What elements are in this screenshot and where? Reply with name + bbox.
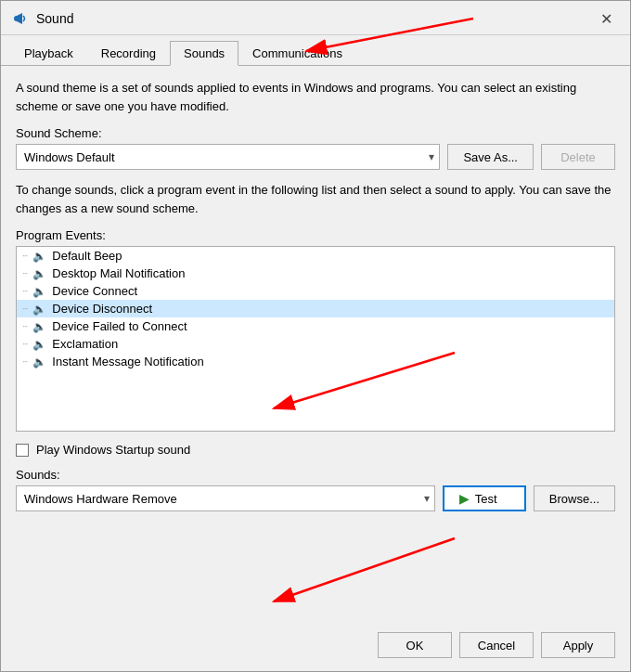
scheme-description: A sound theme is a set of sounds applied… [16,79,615,115]
cancel-button[interactable]: Cancel [459,632,534,658]
sounds-section: Sounds: Windows Hardware Remove ▶ Test B… [16,468,615,511]
event-label: Device Failed to Connect [52,319,187,333]
event-dots: ··· [22,286,27,296]
speaker-icon: 🔈 [32,250,46,263]
tab-communications[interactable]: Communications [238,41,356,66]
event-label: Device Connect [52,284,137,298]
speaker-icon: 🔈 [32,303,46,316]
speaker-icon: 🔈 [32,285,46,298]
events-label: Program Events: [16,228,615,242]
startup-row: Play Windows Startup sound [16,443,615,457]
sound-select-wrapper: Windows Hardware Remove [16,485,435,511]
ok-button[interactable]: OK [378,632,452,658]
speaker-icon: 🔈 [32,267,46,280]
scheme-label: Sound Scheme: [16,126,615,140]
scheme-select-wrapper: Windows Default [16,144,440,170]
speaker-icon: 🔈 [32,320,46,333]
title-bar: Sound ✕ [1,1,630,35]
event-label: Instant Message Notification [52,355,203,368]
save-as-button[interactable]: Save As... [447,144,534,170]
window-title: Sound [36,11,73,26]
event-item[interactable]: ··· 🔈 Desktop Mail Notification [17,265,614,282]
tab-sounds[interactable]: Sounds [170,41,238,66]
event-item[interactable]: ··· 🔈 Exclamation [17,335,614,353]
apply-button[interactable]: Apply [541,632,615,658]
event-item-selected[interactable]: ··· 🔈 Device Disconnect [17,300,614,317]
event-dots: ··· [22,321,27,331]
event-dots: ··· [22,339,27,349]
browse-button[interactable]: Browse... [534,485,615,511]
scheme-section: Sound Scheme: Windows Default Save As...… [16,126,615,170]
event-label: Exclamation [52,337,118,351]
tab-recording[interactable]: Recording [87,41,170,66]
events-list[interactable]: ··· 🔈 Default Beep ··· 🔈 Desktop Mail No… [16,246,615,432]
test-button[interactable]: ▶ Test [443,485,526,511]
sounds-tab-content: A sound theme is a set of sounds applied… [1,66,630,671]
events-section: Program Events: ··· 🔈 Default Beep ··· 🔈… [16,228,615,432]
speaker-icon: 🔈 [32,338,46,351]
scheme-select[interactable]: Windows Default [16,144,440,170]
event-item[interactable]: ··· 🔈 Device Failed to Connect [17,317,614,335]
tab-bar: Playback Recording Sounds Communications [1,35,630,66]
startup-checkbox[interactable] [16,444,29,457]
event-label: Device Disconnect [52,302,152,316]
dialog-buttons: OK Cancel Apply [16,625,615,658]
sounds-label: Sounds: [16,468,615,482]
test-label: Test [475,492,497,506]
play-icon: ▶ [459,491,470,506]
event-dots: ··· [22,251,27,261]
close-button[interactable]: ✕ [593,8,619,29]
event-label: Desktop Mail Notification [52,266,185,280]
event-dots: ··· [22,268,27,278]
event-item[interactable]: ··· 🔈 Device Connect [17,282,614,300]
scheme-row: Windows Default Save As... Delete [16,144,615,170]
sounds-row: Windows Hardware Remove ▶ Test Browse... [16,485,615,511]
instructions-text: To change sounds, click a program event … [16,181,615,217]
tab-playback[interactable]: Playback [10,41,87,66]
sound-icon [10,9,29,28]
startup-label: Play Windows Startup sound [36,443,190,457]
event-label: Default Beep [52,249,122,263]
event-dots: ··· [22,304,27,314]
event-item[interactable]: ··· 🔈 Instant Message Notification [17,353,614,370]
sound-select[interactable]: Windows Hardware Remove [16,485,435,511]
delete-button[interactable]: Delete [541,144,615,170]
event-item[interactable]: ··· 🔈 Default Beep [17,247,614,265]
speaker-icon: 🔈 [32,355,46,368]
event-dots: ··· [22,356,27,367]
